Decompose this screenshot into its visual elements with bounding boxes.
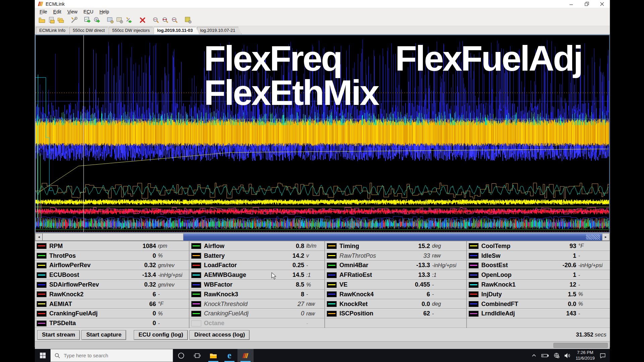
menu-edit[interactable]: Edit bbox=[50, 8, 64, 15]
chevron-up-icon[interactable] bbox=[532, 353, 536, 358]
table-row-knockthreshold[interactable]: KnockThreshold27raw bbox=[190, 299, 324, 309]
tab-log-2019-10-07-21[interactable]: log.2019.10.07-21 bbox=[197, 27, 242, 34]
series-color-swatch bbox=[469, 262, 479, 268]
series-unit: lb/m bbox=[304, 243, 322, 249]
export-image-icon bbox=[84, 17, 91, 25]
tool-export-button[interactable] bbox=[124, 16, 134, 25]
table-row-omni4bar[interactable]: Omni4Bar-13.3-inHg/+psi bbox=[325, 261, 466, 270]
taskbar-edge-button[interactable]: e bbox=[221, 349, 237, 362]
menu-view[interactable]: View bbox=[64, 8, 80, 15]
table-row-rawknock2[interactable]: RawKnock26- bbox=[35, 290, 189, 299]
menu-file[interactable]: File bbox=[37, 8, 50, 15]
zoom-selection-button[interactable] bbox=[170, 16, 179, 25]
series-name: CombinedFT bbox=[481, 301, 518, 308]
table-config-button[interactable] bbox=[106, 16, 115, 25]
zoom-actual-button[interactable]: 1:1 bbox=[151, 16, 161, 25]
open-log-button[interactable] bbox=[37, 16, 47, 25]
menu-ecu[interactable]: ECU bbox=[80, 8, 97, 15]
table-row-afratioest[interactable]: AFRatioEst13.3:1 bbox=[325, 270, 466, 280]
taskbar-search[interactable] bbox=[50, 349, 173, 362]
series-name: InjDuty bbox=[481, 291, 502, 298]
table-row-tpsdelta[interactable]: TPSDelta0- bbox=[35, 318, 189, 328]
tab-ecmlink-info[interactable]: ECMLink Info bbox=[36, 27, 72, 34]
series-color-swatch bbox=[469, 253, 479, 259]
table-row-knockret[interactable]: KnockRet0.0deg bbox=[325, 299, 466, 309]
minimize-button[interactable] bbox=[564, 0, 579, 8]
menu-help[interactable]: Help bbox=[96, 8, 112, 15]
series-unit: -inHg/+psi bbox=[576, 262, 608, 268]
table-row-rawknock1[interactable]: RawKnock112- bbox=[467, 280, 610, 290]
table-row-rawknock3[interactable]: RawKnock38- bbox=[190, 290, 324, 299]
table-config-icon bbox=[107, 17, 114, 25]
scrollbar-thumb[interactable] bbox=[43, 233, 183, 241]
search-input[interactable] bbox=[63, 352, 155, 359]
table-row-idlesw[interactable]: IdleSw1- bbox=[467, 251, 610, 261]
tools-button[interactable] bbox=[69, 16, 79, 25]
table-row-lrndidleadj[interactable]: LrndIdleAdj143- bbox=[467, 309, 610, 318]
table-row-rawthrotpos[interactable]: RawThrotPos33raw bbox=[325, 251, 466, 261]
map-config-button[interactable] bbox=[183, 16, 193, 25]
restore-button[interactable] bbox=[579, 0, 594, 8]
table-row-loadfactor[interactable]: LoadFactor0.25- bbox=[190, 261, 324, 270]
import-log-button[interactable] bbox=[56, 16, 65, 25]
close-log-button[interactable] bbox=[138, 16, 147, 25]
scrollbar-track[interactable] bbox=[183, 233, 602, 241]
table-row-throtpos[interactable]: ThrotPos0% bbox=[35, 251, 189, 261]
table-row-combinedft[interactable]: CombinedFT0.0% bbox=[467, 299, 610, 309]
start-button[interactable] bbox=[35, 349, 50, 362]
table-row-aemiat[interactable]: AEMIAT66°F bbox=[35, 299, 189, 309]
table-row-rawknock4[interactable]: RawKnock46- bbox=[325, 290, 466, 299]
save-log-button[interactable] bbox=[47, 16, 56, 25]
taskbar-cortana-button[interactable] bbox=[173, 349, 189, 362]
volume-icon[interactable] bbox=[565, 353, 571, 358]
table-row-empty[interactable] bbox=[325, 318, 466, 328]
table-row-openloop[interactable]: OpenLoop1- bbox=[467, 270, 610, 280]
table-row-crankingfueladj[interactable]: CrankingFuelAdj0raw bbox=[190, 309, 324, 318]
table-row-airflowperrev[interactable]: AirflowPerRev0.32gm/rev bbox=[35, 261, 189, 270]
tab-550cc-dw-injectors[interactable]: 550cc DW injectors bbox=[109, 27, 156, 34]
start-stream-button[interactable]: Start stream bbox=[37, 330, 80, 340]
table-row-empty[interactable] bbox=[467, 318, 610, 328]
export-data-button[interactable] bbox=[92, 16, 102, 25]
series-name: ISCPosition bbox=[339, 310, 373, 317]
graph-hscrollbar[interactable]: ◄ ► bbox=[35, 233, 610, 241]
display-config-button[interactable] bbox=[115, 16, 124, 25]
table-row-boostest[interactable]: BoostEst-20.6-inHg/+psi bbox=[467, 261, 610, 270]
direct-access-log-button[interactable]: Direct access (log) bbox=[190, 330, 250, 340]
table-row-ve[interactable]: VE0.455- bbox=[325, 280, 466, 290]
taskbar-ecmlink-button[interactable] bbox=[237, 349, 254, 362]
taskbar-explorer-button[interactable] bbox=[205, 349, 221, 362]
table-row-crankingfueladj[interactable]: CrankingFuelAdj0% bbox=[35, 309, 189, 318]
close-button[interactable] bbox=[594, 0, 610, 8]
scroll-right-button[interactable]: ► bbox=[602, 233, 609, 241]
table-row-ecuboost[interactable]: ECUBoost-13.4-inHg/+psi bbox=[35, 270, 189, 280]
tab-550cc-dw-direct[interactable]: 550cc DW direct bbox=[69, 27, 111, 34]
table-row-cooltemp[interactable]: CoolTemp93°F bbox=[467, 241, 610, 251]
table-row-injduty[interactable]: InjDuty1.5% bbox=[467, 290, 610, 299]
tab-log-2019-10-11-03[interactable]: log.2019.10.11-03 bbox=[154, 27, 199, 34]
table-row-timing[interactable]: Timing15.2deg bbox=[325, 241, 466, 251]
table-row-battery[interactable]: Battery14.2v bbox=[190, 251, 324, 261]
network-globe-icon[interactable] bbox=[554, 353, 559, 358]
table-row-airflow[interactable]: Airflow0.8lb/m bbox=[190, 241, 324, 251]
table-row-rpm[interactable]: RPM1084rpm bbox=[35, 241, 189, 251]
table-row-wbfactor[interactable]: WBFactor8.5% bbox=[190, 280, 324, 290]
log-graph-area[interactable]: FlexFreq FlexFuelAdj FlexEthMix bbox=[35, 35, 610, 233]
scroll-left-button[interactable]: ◄ bbox=[35, 233, 43, 241]
zoom-horizontal-button[interactable] bbox=[161, 16, 170, 25]
taskbar-taskview-button[interactable] bbox=[189, 349, 205, 362]
ecu-config-log-button[interactable]: ECU config (log) bbox=[134, 330, 188, 340]
taskbar-clock[interactable]: 7:26 PM 11/6/2019 bbox=[576, 350, 595, 361]
series-unit: °F bbox=[576, 243, 608, 249]
action-center-icon[interactable] bbox=[600, 353, 606, 359]
table-row-sdairflowperrev[interactable]: SDAirflowPerRev0.32gm/rev bbox=[35, 280, 189, 290]
export-image-button[interactable] bbox=[83, 16, 92, 25]
table-row-octane[interactable]: Octane- bbox=[190, 318, 324, 328]
bottom-scrollbar-thumb[interactable] bbox=[553, 343, 608, 348]
table-row-iscposition[interactable]: ISCPosition62- bbox=[325, 309, 466, 318]
series-name: TPSDelta bbox=[49, 320, 76, 327]
battery-icon[interactable] bbox=[541, 353, 549, 358]
window-title: ECMLink bbox=[46, 1, 65, 7]
start-capture-button[interactable]: Start capture bbox=[82, 330, 126, 340]
table-row-aemwbgauge[interactable]: AEMWBGauge14.5:1 bbox=[190, 270, 324, 280]
